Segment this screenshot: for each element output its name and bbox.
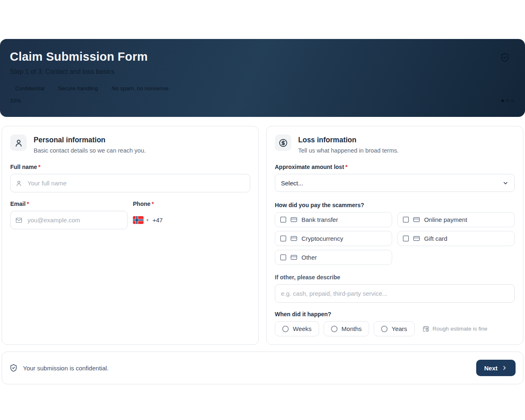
progress-row: 33% <box>10 98 515 104</box>
badge-confidential: Confidential <box>15 85 44 91</box>
radio-circle[interactable] <box>331 326 338 332</box>
step-dot-1 <box>501 99 504 102</box>
credit-card-icon <box>290 216 297 223</box>
credit-card-icon <box>413 216 420 223</box>
calendar-clock-icon <box>422 325 429 332</box>
chevron-right-icon <box>501 365 508 371</box>
next-button-label: Next <box>484 365 498 372</box>
next-button[interactable]: Next <box>476 360 516 376</box>
rough-estimate-text: Rough estimate is fine <box>433 326 488 332</box>
radio-years[interactable]: Years <box>374 321 415 336</box>
email-input[interactable] <box>10 211 128 229</box>
full-name-input[interactable] <box>10 174 250 192</box>
personal-card-title: Personal information <box>34 135 146 144</box>
email-label: Email* <box>10 201 128 207</box>
when-option-label: Years <box>392 325 407 332</box>
full-name-label: Full name* <box>10 164 250 170</box>
email-field-group: Email* <box>10 201 128 237</box>
required-marker: * <box>38 164 40 170</box>
phone-label: Phone* <box>133 201 250 207</box>
shield-check-icon <box>500 52 510 62</box>
checkbox-box[interactable] <box>403 217 409 223</box>
norway-flag-icon[interactable] <box>133 216 144 224</box>
claim-form-page: Claim Submission Form Step 1 of 3: Conta… <box>0 0 525 420</box>
footer-bar: Your submission is confidential. Next <box>2 352 523 384</box>
page-title: Claim Submission Form <box>10 50 515 64</box>
when-happened-label: When did it happen? <box>275 311 515 317</box>
personal-card-header: Personal information Basic contact detai… <box>10 135 250 154</box>
checkbox-box[interactable] <box>403 235 409 242</box>
step-dot-3 <box>511 99 514 102</box>
checkbox-box[interactable] <box>280 235 286 242</box>
phone-field-group: Phone* ▾ +47 <box>133 201 250 237</box>
payment-option-label: Online payment <box>424 216 467 223</box>
user-icon <box>16 180 22 187</box>
other-describe-wrap <box>275 284 515 303</box>
confidential-note: Your submission is confidential. <box>9 364 109 372</box>
when-option-label: Weeks <box>293 325 312 332</box>
amount-lost-label: Approximate amount lost* <box>275 164 515 170</box>
badge-row: Confidential Secure handling No spam, no… <box>15 85 515 91</box>
full-name-input-wrap <box>10 174 250 192</box>
other-describe-label: If other, please describe <box>275 274 515 281</box>
payment-options-grid: Bank transfer Online payment Cryptocurre… <box>275 212 515 265</box>
progress-percent: 33% <box>10 98 21 104</box>
header-banner: Claim Submission Form Step 1 of 3: Conta… <box>0 39 525 117</box>
credit-card-icon <box>290 235 297 242</box>
badge-no-spam: No spam, no nonsense <box>112 85 169 91</box>
chevron-down-icon <box>502 180 509 186</box>
credit-card-icon <box>290 254 297 261</box>
checkbox-box[interactable] <box>280 217 286 223</box>
phone-input[interactable]: ▾ +47 <box>133 211 250 224</box>
credit-card-icon <box>413 235 420 242</box>
rough-estimate-hint: Rough estimate is fine <box>422 325 488 332</box>
loss-information-card: Loss information Tell us what happened i… <box>266 126 523 345</box>
chevron-down-icon[interactable]: ▾ <box>146 218 148 222</box>
step-subtitle: Step 1 of 3: Contact and loss basics <box>10 68 515 75</box>
loss-card-titles: Loss information Tell us what happened i… <box>298 135 399 154</box>
radio-months[interactable]: Months <box>324 321 369 336</box>
personal-card-titles: Personal information Basic contact detai… <box>34 135 146 154</box>
personal-card-subtitle: Basic contact details so we can reach yo… <box>34 147 146 154</box>
required-marker: * <box>27 201 29 207</box>
amount-lost-selected-value: Select... <box>281 180 303 187</box>
radio-weeks[interactable]: Weeks <box>275 321 319 336</box>
radio-circle[interactable] <box>381 326 388 332</box>
dollar-circle-icon <box>275 135 291 151</box>
step-dots <box>501 99 514 102</box>
checkbox-online-payment[interactable]: Online payment <box>397 212 515 227</box>
personal-information-card: Personal information Basic contact detai… <box>2 126 259 345</box>
shield-check-icon <box>9 364 18 372</box>
other-describe-input[interactable] <box>275 284 515 303</box>
checkbox-bank-transfer[interactable]: Bank transfer <box>275 212 392 227</box>
email-input-wrap <box>10 211 128 229</box>
checkbox-gift-card[interactable]: Gift card <box>397 231 515 246</box>
loss-card-title: Loss information <box>298 135 399 144</box>
checkbox-cryptocurrency[interactable]: Cryptocurrency <box>275 231 392 246</box>
amount-lost-select[interactable]: Select... <box>275 174 515 192</box>
payment-option-label: Gift card <box>424 235 447 242</box>
confidential-note-text: Your submission is confidential. <box>23 365 109 372</box>
payment-option-label: Other <box>301 254 317 261</box>
checkbox-box[interactable] <box>280 254 286 260</box>
payment-option-label: Cryptocurrency <box>301 235 343 242</box>
required-marker: * <box>345 164 347 170</box>
required-marker: * <box>152 201 154 207</box>
badge-secure-handling: Secure handling <box>58 85 98 91</box>
form-columns: Personal information Basic contact detai… <box>0 126 525 345</box>
payment-option-label: Bank transfer <box>301 216 338 223</box>
phone-dial-code: +47 <box>153 217 163 224</box>
when-happened-options: Weeks Months Years Rough estimate is fin… <box>275 321 515 336</box>
radio-circle[interactable] <box>282 326 289 332</box>
step-dot-2 <box>506 99 509 102</box>
mail-icon <box>16 217 22 224</box>
loss-card-subtitle: Tell us what happened in broad terms. <box>298 147 399 154</box>
user-icon <box>10 135 27 151</box>
when-option-label: Months <box>342 325 362 332</box>
loss-card-header: Loss information Tell us what happened i… <box>275 135 515 154</box>
checkbox-other[interactable]: Other <box>275 250 392 265</box>
email-phone-row: Email* Phone* <box>10 201 250 237</box>
payment-method-label: How did you pay the scammers? <box>275 202 515 208</box>
